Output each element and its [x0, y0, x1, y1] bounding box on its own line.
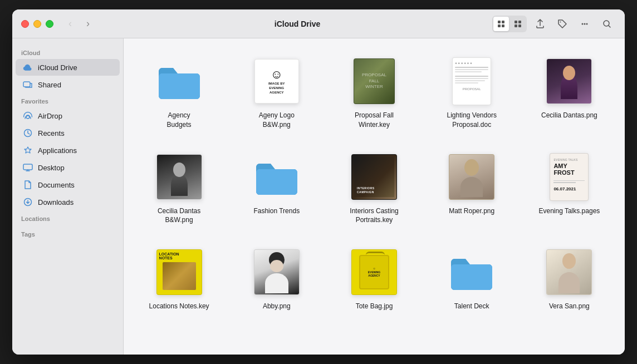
file-name: Abby.png: [263, 302, 291, 311]
file-name: Evening Talks.pages: [538, 206, 600, 216]
applications-icon: [22, 145, 33, 156]
file-item-proposal-fall[interactable]: PROPOSALFALLWINTER Proposal Fall Winter.…: [330, 52, 418, 134]
svg-rect-1: [502, 21, 504, 23]
shared-icon: [22, 79, 33, 90]
file-name: Interiors Casting Portraits.key: [344, 206, 405, 225]
file-thumb: PROPOSALFALLWINTER: [349, 56, 399, 106]
maximize-button[interactable]: [46, 20, 53, 28]
applications-label: Applications: [38, 146, 77, 155]
file-name: Fashion Trends: [253, 206, 300, 216]
file-name: Ageny Logo B&W.png: [246, 111, 307, 130]
sidebar-item-applications[interactable]: Applications: [16, 142, 120, 159]
sidebar: iCloud iCloud Drive Shared: [12, 38, 124, 355]
file-item-agency-logo[interactable]: ☺ IMAGE BYEVENINGAGENCY Ageny Logo B&W.p…: [232, 52, 321, 134]
locations-section-label: Locations: [12, 211, 123, 224]
file-item-vera-san[interactable]: Vera San.png: [525, 243, 614, 316]
recents-icon: [22, 127, 33, 139]
sidebar-item-shared[interactable]: Shared: [16, 76, 120, 93]
share-button[interactable]: [531, 15, 549, 33]
cloud-icon: [22, 62, 33, 73]
file-name: Talent Deck: [454, 302, 489, 311]
titlebar: ‹ › iCloud Drive: [12, 9, 625, 38]
sidebar-item-desktop[interactable]: Desktop: [16, 159, 120, 176]
file-name: Cecilia Dantas B&W.png: [149, 206, 210, 225]
svg-rect-7: [518, 24, 521, 27]
file-thumb: [154, 56, 204, 106]
file-item-cecilia-bw[interactable]: Cecilia Dantas B&W.png: [135, 147, 223, 230]
file-name: Agency Budgets: [167, 111, 192, 130]
sidebar-item-recents[interactable]: Recents: [16, 125, 120, 141]
main-area: iCloud iCloud Drive Shared: [12, 38, 625, 355]
svg-point-11: [586, 23, 588, 24]
more-button[interactable]: [576, 15, 594, 33]
file-item-talent-deck[interactable]: Talent Deck: [428, 243, 516, 316]
file-item-lighting-vendors[interactable]: ■ ■ ■ ■ ■ ■ PROPOSAL: [428, 52, 516, 134]
file-item-fashion-trends[interactable]: Fashion Trends: [232, 147, 321, 230]
grid-view-button[interactable]: [493, 17, 509, 31]
file-thumb: Evening Talks AMYFROST 06.07.2021: [544, 152, 594, 202]
file-item-abby[interactable]: Abby.png: [232, 243, 321, 316]
file-item-matt-roper[interactable]: Matt Roper.png: [428, 147, 516, 230]
sidebar-item-downloads[interactable]: Downloads: [16, 194, 120, 210]
svg-rect-13: [23, 82, 30, 87]
airdrop-label: AirDrop: [38, 112, 62, 120]
search-button[interactable]: [598, 15, 616, 33]
window-title: iCloud Drive: [102, 19, 492, 28]
view-toggle: [492, 16, 527, 32]
minimize-button[interactable]: [33, 20, 41, 28]
file-item-cecilia-color[interactable]: Cecilia Dantas.png: [525, 52, 614, 134]
svg-point-10: [584, 23, 586, 24]
file-grid: Agency Budgets ☺ IMAGE BYEVENINGAGENCY A…: [135, 52, 614, 316]
file-thumb: [447, 247, 497, 297]
file-thumb: [154, 152, 204, 202]
file-thumb: ☺EVENINGAGENCY: [349, 247, 399, 297]
proposal-image: ■ ■ ■ ■ ■ ■ PROPOSAL: [452, 57, 491, 105]
file-item-interiors-casting[interactable]: INTERIORSCAMPAIGN Interiors Casting Port…: [330, 147, 418, 230]
tags-section-label: Tags: [12, 227, 123, 240]
interiors-image: INTERIORSCAMPAIGN: [351, 154, 397, 200]
file-thumb: [252, 152, 302, 202]
file-name: Matt Roper.png: [449, 206, 494, 216]
icloud-section-label: iCloud: [12, 45, 123, 58]
svg-point-9: [582, 23, 584, 24]
documents-label: Documents: [38, 181, 75, 189]
finder-window: ‹ › iCloud Drive: [12, 9, 625, 355]
sidebar-item-airdrop[interactable]: AirDrop: [16, 107, 120, 124]
close-button[interactable]: [21, 20, 29, 28]
evening-image: Evening Talks AMYFROST 06.07.2021: [550, 153, 589, 201]
documents-icon: [22, 179, 33, 190]
file-thumb: [544, 56, 594, 106]
agency-logo-image: ☺ IMAGE BYEVENINGAGENCY: [254, 59, 299, 104]
abby-image: [254, 249, 300, 295]
favorites-section-label: Favorites: [12, 94, 123, 107]
svg-point-8: [560, 21, 561, 22]
file-thumb: LOCATIONNOTES: [154, 247, 204, 297]
recents-label: Recents: [38, 129, 65, 137]
forward-button[interactable]: ›: [80, 16, 96, 32]
shared-label: Shared: [38, 81, 61, 89]
sidebar-item-documents[interactable]: Documents: [16, 176, 120, 193]
vera-san-image: [546, 249, 592, 295]
file-name: Cecilia Dantas.png: [541, 111, 597, 120]
sort-view-button[interactable]: [510, 17, 526, 31]
svg-rect-5: [518, 21, 521, 23]
file-item-evening-talks[interactable]: Evening Talks AMYFROST 06.07.2021 Evenin…: [525, 147, 614, 230]
file-name: Vera San.png: [549, 302, 590, 311]
sidebar-item-icloud-drive[interactable]: iCloud Drive: [16, 59, 120, 76]
matt-roper-image: [449, 154, 494, 200]
file-thumb: [447, 152, 497, 202]
cecilia-bw-image: [156, 154, 202, 200]
file-item-agency-budgets[interactable]: Agency Budgets: [135, 52, 223, 134]
file-item-tote-bag[interactable]: ☺EVENINGAGENCY Tote Bag.jpg: [330, 243, 418, 316]
file-thumb: INTERIORSCAMPAIGN: [349, 152, 399, 202]
back-button[interactable]: ‹: [62, 16, 78, 32]
file-thumb: [252, 247, 302, 297]
tag-button[interactable]: [553, 15, 571, 33]
svg-rect-6: [514, 24, 517, 27]
content-area: Agency Budgets ☺ IMAGE BYEVENINGAGENCY A…: [124, 38, 625, 355]
traffic-lights: [21, 20, 53, 28]
icloud-drive-label: iCloud Drive: [38, 63, 77, 72]
file-thumb: [544, 247, 594, 297]
desktop-label: Desktop: [38, 164, 65, 172]
file-item-location-notes[interactable]: LOCATIONNOTES Locations Notes.key: [135, 243, 223, 316]
